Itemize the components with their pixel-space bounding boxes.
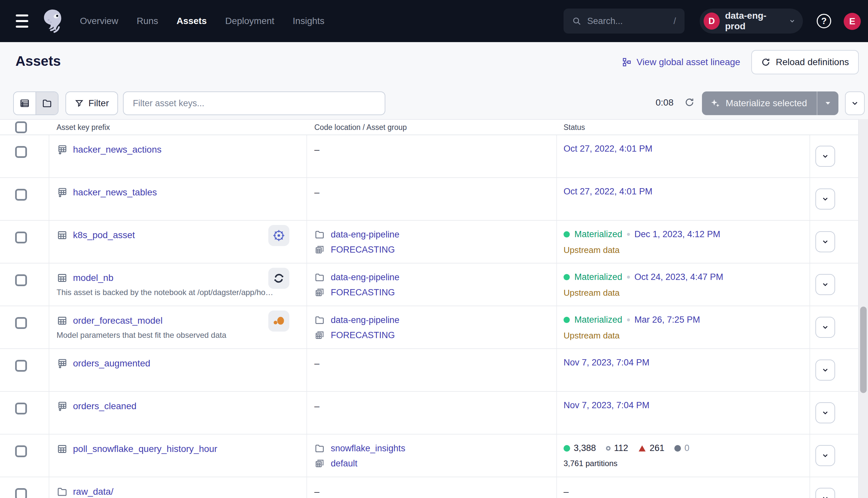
code-location-cell: data-eng-pipeline <box>314 315 400 325</box>
row-checkbox[interactable] <box>15 317 27 329</box>
upstream-data-note: Upstream data <box>563 245 620 255</box>
asset-link[interactable]: k8s_pod_asset <box>73 230 135 240</box>
materialize-options-caret[interactable] <box>817 91 838 115</box>
asset-group-link[interactable]: FORECASTING <box>331 288 395 298</box>
global-search[interactable]: / <box>563 9 684 34</box>
asset-link[interactable]: poll_snowflake_query_history_hour <box>73 444 217 454</box>
view-mode-toggle <box>13 91 58 115</box>
asset-key-cell: orders_augmented <box>56 357 150 370</box>
asset-key-cell: raw_data/ <box>56 485 113 498</box>
asset-link[interactable]: hacker_news_actions <box>73 144 161 155</box>
materialization-date-link[interactable]: Nov 7, 2023, 7:04 PM <box>563 400 649 410</box>
code-location-link[interactable]: data-eng-pipeline <box>331 272 400 283</box>
select-all-checkbox[interactable] <box>15 121 27 133</box>
lineage-icon <box>622 57 632 67</box>
materialized-label: Materialized <box>574 272 623 282</box>
materialized-dot <box>563 231 570 237</box>
nav-item-overview[interactable]: Overview <box>80 16 118 26</box>
search-input[interactable] <box>587 16 667 26</box>
vertical-scrollbar[interactable] <box>859 119 868 498</box>
page-header: Assets View global asset lineage Reload … <box>0 42 868 82</box>
asset-link[interactable]: order_forecast_model <box>73 315 162 326</box>
folder-icon <box>56 486 68 497</box>
code-location-link[interactable]: data-eng-pipeline <box>331 315 400 325</box>
row-expand-button[interactable] <box>815 231 835 252</box>
row-checkbox[interactable] <box>15 189 27 201</box>
materialization-date-link[interactable]: Mar 26, 7:25 PM <box>635 315 700 325</box>
materialize-selected-button[interactable]: Materialize selected <box>702 91 838 115</box>
table-icon <box>56 315 68 326</box>
user-avatar[interactable]: E <box>844 13 861 30</box>
dagster-logo-icon[interactable] <box>39 7 66 35</box>
row-expand-button[interactable] <box>815 146 835 167</box>
row-checkbox[interactable] <box>15 274 27 286</box>
asset-link[interactable]: model_nb <box>73 273 113 283</box>
table-row: hacker_news_actions–Oct 27, 2022, 4:01 P… <box>0 135 858 178</box>
status-cell: Nov 7, 2023, 7:04 PM <box>563 357 649 368</box>
row-checkbox[interactable] <box>15 232 27 244</box>
asset-link[interactable]: raw_data/ <box>73 486 113 497</box>
row-expand-button[interactable] <box>815 188 835 210</box>
materialization-date-link[interactable]: Dec 1, 2023, 4:12 PM <box>635 229 720 239</box>
partition-missing-dot <box>606 446 611 451</box>
materialization-date-link[interactable]: Oct 27, 2022, 4:01 PM <box>563 144 652 154</box>
separator-dot <box>627 233 630 236</box>
materialization-date-link[interactable]: Oct 27, 2022, 4:01 PM <box>563 186 652 197</box>
list-view-toggle[interactable] <box>14 92 36 115</box>
menu-icon[interactable] <box>16 14 28 28</box>
row-checkbox[interactable] <box>15 360 27 372</box>
filter-asset-keys-input[interactable] <box>123 91 385 115</box>
folder-view-toggle[interactable] <box>36 92 58 115</box>
deployment-switcher[interactable]: D data-eng-prod <box>700 9 803 34</box>
row-checkbox[interactable] <box>15 146 27 158</box>
asset-description: This asset is backed by the notebook at … <box>56 288 273 297</box>
row-expand-button[interactable] <box>815 317 835 338</box>
reload-definitions-button[interactable]: Reload definitions <box>751 50 859 74</box>
toolbar-more-button[interactable] <box>845 91 865 115</box>
code-location-link[interactable]: data-eng-pipeline <box>331 230 400 240</box>
table-header: Asset key prefix Code location / Asset g… <box>0 120 858 135</box>
asset-group-link[interactable]: FORECASTING <box>331 245 395 255</box>
code-location-empty: – <box>314 187 320 198</box>
row-expand-button[interactable] <box>815 445 835 466</box>
search-icon <box>572 16 581 26</box>
sparkle-icon <box>710 98 720 108</box>
materialization-date-link[interactable]: Nov 7, 2023, 7:04 PM <box>563 357 649 368</box>
row-checkbox[interactable] <box>15 445 27 457</box>
asset-group-cell: FORECASTING <box>314 287 395 298</box>
view-global-asset-lineage-link[interactable]: View global asset lineage <box>622 57 740 67</box>
materialization-date-link[interactable]: Oct 24, 2023, 4:47 PM <box>635 272 723 282</box>
materialized-label: Materialized <box>574 229 623 239</box>
folder-icon <box>314 272 325 283</box>
partitions-label: 3,761 partitions <box>563 459 617 468</box>
filter-button[interactable]: Filter <box>65 91 118 115</box>
row-expand-button[interactable] <box>815 402 835 423</box>
status-cell: 3,3881122610 <box>563 443 695 453</box>
asset-group-icon <box>314 330 325 340</box>
asset-group-link[interactable]: default <box>331 459 357 469</box>
row-expand-button[interactable] <box>815 488 835 498</box>
asset-group-link[interactable]: FORECASTING <box>331 330 395 340</box>
row-checkbox[interactable] <box>15 488 27 498</box>
row-expand-button[interactable] <box>815 359 835 381</box>
code-location-empty: – <box>314 358 320 369</box>
scrollbar-thumb[interactable] <box>860 306 867 393</box>
nav-item-insights[interactable]: Insights <box>293 16 324 26</box>
help-icon[interactable]: ? <box>817 14 831 28</box>
nav-item-deployment[interactable]: Deployment <box>225 16 274 26</box>
table-row: model_nbThis asset is backed by the note… <box>0 263 858 306</box>
refresh-icon[interactable] <box>684 97 694 107</box>
code-location-link[interactable]: snowflake_insights <box>331 443 405 454</box>
nav-item-assets[interactable]: Assets <box>176 16 207 26</box>
partition-count: 112 <box>606 443 628 453</box>
table-row: k8s_pod_assetdata-eng-pipelineFORECASTIN… <box>0 221 858 263</box>
asset-link[interactable]: orders_cleaned <box>73 401 136 411</box>
nav-item-runs[interactable]: Runs <box>137 16 158 26</box>
asset-group-icon <box>314 287 325 298</box>
row-checkbox[interactable] <box>15 403 27 415</box>
row-expand-button[interactable] <box>815 274 835 295</box>
code-location-cell: data-eng-pipeline <box>314 229 400 240</box>
status-cell: MaterializedOct 24, 2023, 4:47 PM <box>563 272 723 282</box>
asset-link[interactable]: orders_augmented <box>73 358 150 369</box>
asset-link[interactable]: hacker_news_tables <box>73 187 157 198</box>
